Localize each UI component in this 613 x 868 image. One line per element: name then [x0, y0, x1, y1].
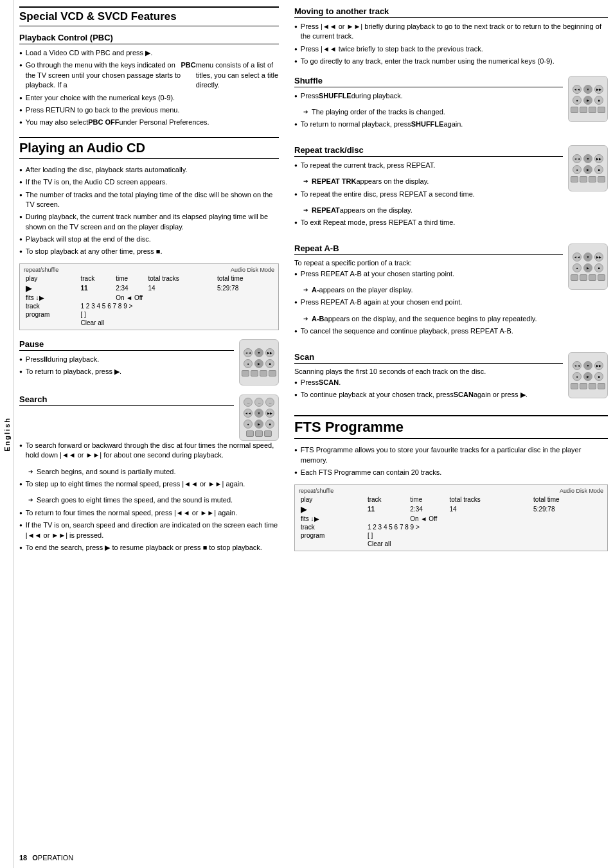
list-item: To stop playback at any other time, pres… [19, 247, 279, 256]
arrow-item: Search begins, and sound is partially mu… [19, 467, 279, 477]
remote-btn-3: ▶▶ [265, 348, 274, 357]
remote-mid-row-sc: ● ▶ ■ [573, 372, 603, 381]
remote-btn-s5: ▼ [254, 409, 263, 418]
remote-btn-sc1: ◄◄ [573, 361, 582, 370]
track-numbers-2: 1 2 3 4 5 6 7 8 9 > [366, 523, 603, 531]
pbc-list: Load a Video CD with PBC and press ▶. Go… [19, 48, 279, 128]
repeat-ab-text: Repeat A-B To repeat a specific portion … [294, 244, 563, 343]
page-container: English Special VCD & SVCD Features Play… [0, 0, 613, 868]
table-row: play track time total tracks total time [299, 495, 603, 504]
pbc-section: Playback Control (PBC) Load a Video CD w… [19, 33, 279, 128]
total-time-col-label-2: total time [531, 495, 603, 504]
remote-control-pause: ◄◄ ▼ ▶▶ ● ▶ ■ [239, 339, 279, 385]
list-item: After loading the disc, playback starts … [19, 165, 279, 175]
shuffle-list-2: To return to normal playback, press SHUF… [294, 120, 563, 129]
remote-small-btn-sh2 [580, 107, 587, 113]
audio-disk-mode-label-2: Audio Disk Mode [560, 488, 603, 494]
list-item: To cancel the sequence and continue play… [294, 326, 563, 336]
remote-small-btn-ab1 [571, 274, 578, 281]
search-section-with-img: Search ◡ ◡ ◡ ◄◄ ▼ ▶▶ [19, 394, 279, 441]
moving-track-section: Moving to another track Press |◄◄ or ►►|… [294, 6, 608, 67]
special-vcd-title: Special VCD & SVCD Features [19, 6, 279, 26]
remote-btn-s3: ◡ [265, 398, 274, 407]
remote-control-repeat: ◄◄ ▼ ▶▶ ● ▶ ■ [568, 145, 608, 191]
remote-small-btn-s1 [246, 430, 254, 437]
repeat-ab-title: Repeat A-B [294, 244, 563, 255]
list-item: If the TV is on, search speed and direct… [19, 520, 279, 540]
scan-section-with-img: Scan Scanning plays the first 10 seconds… [294, 352, 608, 407]
remote-btn-4: ● [244, 359, 253, 368]
remote-small-row-r [571, 176, 605, 182]
list-item: The number of tracks and the total playi… [19, 190, 279, 210]
audio-disk-mode-label: Audio Disk Mode [231, 267, 274, 273]
list-item: To continue playback at your chosen trac… [294, 390, 563, 400]
search-list: To search forward or backward through th… [19, 441, 279, 461]
remote-small-btn-sh1 [571, 107, 578, 113]
scan-list: Press SCAN. To continue playback at your… [294, 378, 563, 400]
remote-top-row-ab: ◄◄ ▼ ▶▶ [573, 252, 603, 261]
remote-top-row-sc: ◄◄ ▼ ▶▶ [573, 361, 603, 370]
search-title: Search [19, 394, 234, 406]
remote-small-btn-sc2 [580, 383, 587, 389]
remote-small-btn-4 [269, 370, 276, 376]
remote-mid-row-r: ● ▶ ■ [573, 165, 603, 174]
remote-btn-s4: ◄◄ [244, 409, 253, 418]
table-row: fits ↓▶ On ◄ Off [299, 515, 603, 523]
moving-track-list: Press |◄◄ or ►►| briefly during playback… [294, 22, 608, 67]
pause-title: Pause [19, 339, 234, 351]
remote-btn-r2: ▼ [583, 154, 592, 163]
remote-small-btn-sc1 [571, 383, 578, 389]
program-label-2: program [299, 531, 366, 540]
search-text: Search [19, 394, 234, 410]
track-col-label: track [78, 274, 114, 283]
remote-btn-s2: ◡ [254, 398, 263, 407]
clear-all-label-2: Clear all [366, 540, 603, 548]
remote-btn-ab5: ▶ [583, 263, 592, 272]
remote-btn-ab4: ● [573, 263, 582, 272]
scan-section: Scan Scanning plays the first 10 seconds… [294, 352, 608, 407]
remote-btn-s6: ▶▶ [265, 409, 274, 418]
repeat-ab-intro: To repeat a specific portion of a track: [294, 259, 563, 267]
table-row: program [ ] [24, 310, 274, 319]
remote-btn-5: ▶ [254, 359, 263, 368]
table-row: track 1 2 3 4 5 6 7 8 9 > [24, 302, 274, 310]
table-row: Clear all [24, 319, 274, 327]
audio-cd-section: Playing an Audio CD After loading the di… [19, 137, 279, 330]
scan-text: Scan Scanning plays the first 10 seconds… [294, 352, 563, 407]
on-off-label-2: On ◄ Off [408, 515, 603, 523]
player-display-2: repeat/shuffle Audio Disk Mode play trac… [294, 484, 608, 551]
operation-label: O [32, 854, 38, 862]
remote-btn-sc5: ▶ [583, 372, 592, 381]
audio-cd-title: Playing an Audio CD [19, 137, 279, 159]
remote-btn-ab6: ■ [594, 263, 603, 272]
pause-list: Press II during playback. To return to p… [19, 355, 234, 377]
fts-title: FTS Programme [294, 415, 608, 439]
repeat-ab-section: Repeat A-B To repeat a specific portion … [294, 244, 608, 343]
remote-small-btn-ab2 [580, 274, 587, 281]
remote-btn-r5: ▶ [583, 165, 592, 174]
remote-small-btn-ab3 [589, 274, 596, 281]
remote-btn-ab1: ◄◄ [573, 252, 582, 261]
remote-btn-r3: ▶▶ [594, 154, 603, 163]
remote-btn-sc4: ● [573, 372, 582, 381]
time-col-label-2: time [408, 495, 447, 504]
remote-control-search: ◡ ◡ ◡ ◄◄ ▼ ▶▶ ● ▶ ■ [239, 394, 279, 441]
player-header-2: repeat/shuffle Audio Disk Mode [299, 488, 603, 494]
player-header: repeat/shuffle Audio Disk Mode [24, 267, 274, 273]
table-row: ▶ 11 2:34 14 5:29:78 [299, 504, 603, 515]
list-item: To return to playback, press ▶. [19, 367, 234, 376]
moving-track-title: Moving to another track [294, 6, 608, 18]
scan-intro: Scanning plays the first 10 seconds of e… [294, 368, 563, 375]
total-tracks-col-label-2: total tracks [448, 495, 532, 504]
table-row: program [ ] [299, 531, 603, 540]
remote-btn-sh2: ▼ [583, 85, 592, 94]
remote-small-btn-s2 [255, 430, 263, 437]
list-item: To return to four times the normal speed… [19, 508, 279, 518]
remote-small-btn-sc3 [589, 383, 596, 389]
special-vcd-section: Special VCD & SVCD Features Playback Con… [19, 6, 279, 128]
list-item: Enter your choice with the numerical key… [19, 93, 279, 103]
fts-list: FTS Programme allows you to store your f… [294, 445, 608, 477]
list-item: To exit Repeat mode, press REPEAT a thir… [294, 218, 563, 227]
remote-btn-sh1: ◄◄ [573, 85, 582, 94]
remote-top-row-s: ◡ ◡ ◡ [244, 398, 274, 407]
